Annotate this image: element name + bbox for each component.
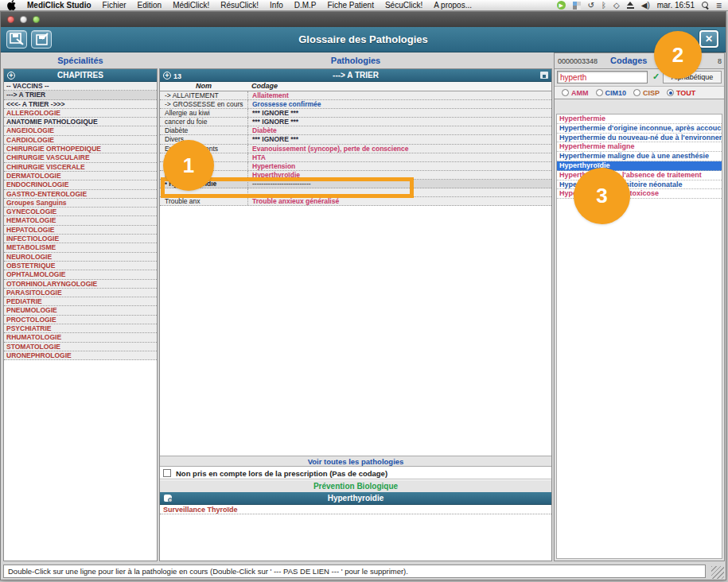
chapter-item[interactable]: PNEUMOLOGIE: [4, 306, 157, 315]
radio-button[interactable]: [667, 89, 674, 96]
chapter-item[interactable]: OBSTETRIQUE: [4, 262, 157, 270]
traffic-minimize-button[interactable]: [20, 16, 27, 23]
chapter-item[interactable]: PROCTOLOGIE: [4, 316, 157, 324]
chapter-item[interactable]: URONEPHROLOGIE: [4, 351, 157, 360]
prevention-item[interactable]: Surveillance Thyroïde: [160, 505, 551, 514]
radio-label: TOUT: [676, 89, 695, 97]
chapitres-header: + CHAPITRES: [4, 69, 157, 82]
chapter-item[interactable]: ENDOCRINOLOGIE: [4, 180, 157, 189]
no-codage-checkbox[interactable]: [163, 469, 171, 477]
add-pathology-icon[interactable]: +: [163, 72, 171, 80]
menu-item[interactable]: RésuClick!: [220, 1, 259, 10]
apple-icon[interactable]: [7, 0, 16, 10]
close-button[interactable]: ✕: [699, 30, 718, 48]
resize-grip[interactable]: [711, 566, 724, 579]
table-row[interactable]: cancer du foie*** IGNORE ***: [160, 118, 551, 126]
diamond-icon[interactable]: ◇: [613, 2, 620, 10]
chapter-item[interactable]: GYNECOLOGIE: [4, 208, 157, 216]
chapter-item[interactable]: HEMATOLOGIE: [4, 216, 157, 225]
table-row[interactable]: -> ALLAITEMENTAllaitement: [160, 91, 551, 100]
chapter-item[interactable]: PARASITOLOGIE: [4, 289, 157, 297]
table-row[interactable]: -> GROSSESSE en coursGrossesse confirmée: [160, 100, 551, 109]
chapter-item[interactable]: Groupes Sanguins: [4, 199, 157, 208]
menu-item[interactable]: A propos...: [434, 1, 472, 10]
chapter-item[interactable]: PEDIATRIE: [4, 297, 157, 306]
radio-button[interactable]: [562, 89, 569, 96]
radio-label: CIM10: [605, 89, 627, 97]
chapter-item[interactable]: CHIRURGIE VASCULAIRE: [4, 153, 157, 162]
chapter-item[interactable]: RHUMATOLOGIE: [4, 333, 157, 342]
table-row[interactable]: Divers*** IGNORE ***: [160, 135, 551, 144]
radio-cisp[interactable]: CISP: [633, 89, 660, 97]
codage-result-item[interactable]: Hyperthermie maligne: [557, 142, 722, 152]
search-icon[interactable]: [702, 2, 709, 9]
annotation-badge-2: 2: [654, 31, 702, 79]
menu-item[interactable]: Edition: [138, 1, 162, 10]
menu-item[interactable]: Fiche Patient: [328, 1, 374, 10]
menu-item[interactable]: Fichier: [103, 1, 127, 10]
eject-icon[interactable]: [627, 2, 634, 9]
spotlight-list-icon[interactable]: ≡: [716, 2, 722, 10]
table-row[interactable]: HypertensionHypertension: [160, 162, 551, 171]
radio-button[interactable]: [633, 89, 640, 96]
chapter-item[interactable]: HEPATOLOGIE: [4, 226, 157, 235]
table-row[interactable]: DiabèteDiabète: [160, 126, 551, 135]
prevention-header: Hyperthyroidie: [160, 492, 551, 505]
chapter-item[interactable]: INFECTIOLOGIE: [4, 235, 157, 243]
play-icon[interactable]: ▶: [557, 1, 566, 10]
codage-result-item[interactable]: Hyperthyroïdie: [557, 161, 722, 171]
window-header: Glossaire des Pathologies ✕: [1, 27, 726, 52]
traffic-zoom-button[interactable]: [33, 16, 40, 23]
chapter-item[interactable]: <<<- A TRIER ->>>: [4, 100, 157, 109]
chapter-item[interactable]: NEUROLOGIE: [4, 253, 157, 262]
chapter-item[interactable]: DERMATOLOGIE: [4, 172, 157, 180]
window-title: Glossaire des Pathologies: [1, 33, 726, 45]
codage-result-item[interactable]: Hyperthermie maligne due à une anesthési…: [557, 152, 722, 161]
chapter-item[interactable]: -- VACCINS --: [4, 82, 157, 91]
table-row[interactable]: HTAHTA: [160, 153, 551, 162]
voir-toutes-button[interactable]: Voir toutes les pathologies: [160, 456, 551, 467]
add-chapter-icon[interactable]: +: [7, 72, 15, 80]
menu-item[interactable]: MédiClick!: [173, 1, 209, 10]
menu-items: MediClick StudioFichierEditionMédiClick!…: [0, 0, 472, 10]
codage-result-item[interactable]: Hyperthermie du nouveau-né due à l'envir…: [557, 134, 722, 143]
chapter-item[interactable]: CHIRURGIE VISCERALE: [4, 163, 157, 172]
codage-result-item[interactable]: Hyperthermie d'origine inconnue, après a…: [557, 124, 722, 134]
chapter-item[interactable]: CARDIOLOGIE: [4, 136, 157, 145]
menu-item[interactable]: SécuClick!: [385, 1, 422, 10]
codage-result-item[interactable]: Hyperthermie: [557, 114, 722, 124]
chapter-item[interactable]: OTORHINOLARYNGOLOGIE: [4, 280, 157, 289]
radio-tout[interactable]: TOUT: [667, 89, 695, 97]
chapter-item[interactable]: ---> A TRIER: [4, 91, 157, 99]
menu-clock[interactable]: mar. 16:51: [657, 1, 695, 10]
time-machine-icon[interactable]: ↺: [588, 2, 594, 10]
chapter-item[interactable]: GASTRO-ENTEROLOGIE: [4, 190, 157, 199]
radio-amm[interactable]: AMM: [562, 89, 589, 97]
radio-button[interactable]: [596, 89, 603, 96]
pathology-nom: Trouble anx: [160, 197, 247, 205]
pathology-codage: *** IGNORE ***: [247, 109, 551, 117]
menu-item[interactable]: Info: [270, 1, 283, 10]
table-row[interactable]: EvanouissementsEvanouissement (syncope),…: [160, 145, 551, 153]
pathologies-panel: + 13 ---> A TRIER Nom Codage -> ALLAITEM…: [159, 68, 552, 561]
codage-search-input[interactable]: [557, 71, 648, 83]
prevention-biologique-label: Prévention Biologique: [160, 480, 551, 492]
table-row[interactable]: Trouble anxTrouble anxieux généralisé: [160, 197, 551, 206]
chapter-item[interactable]: ANGEIOLOGIE: [4, 126, 157, 135]
chapter-item[interactable]: OPHTALMOLOGIE: [4, 270, 157, 279]
grid-icon[interactable]: [573, 2, 581, 10]
chapter-item[interactable]: CHIRURGIE ORTHOPEDIQUE: [4, 145, 157, 153]
floppy-icon[interactable]: [540, 72, 548, 79]
menu-item[interactable]: D.M.P: [294, 1, 317, 10]
volume-icon[interactable]: ◀): [641, 2, 650, 10]
chapter-item[interactable]: ANATOMIE PATHOLOGIQUE: [4, 118, 157, 126]
bluetooth-icon[interactable]: ᛒ: [601, 2, 606, 10]
chapter-item[interactable]: ALLERGOLOGIE: [4, 109, 157, 118]
menu-item[interactable]: MediClick Studio: [27, 1, 91, 10]
table-row[interactable]: Allergie au kiwi*** IGNORE ***: [160, 109, 551, 118]
chapter-item[interactable]: PSYCHIATRIE: [4, 324, 157, 333]
radio-cim10[interactable]: CIM10: [596, 89, 627, 97]
chapter-item[interactable]: METABOLISME: [4, 243, 157, 252]
traffic-close-button[interactable]: [7, 16, 14, 23]
chapter-item[interactable]: STOMATOLOGIE: [4, 343, 157, 351]
